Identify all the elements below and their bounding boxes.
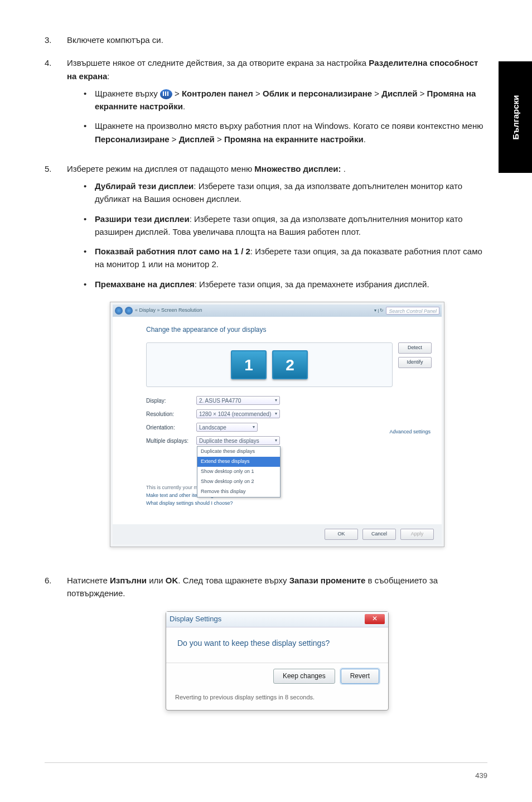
step-text: Включете компютъра си.: [67, 33, 487, 46]
dropdown-option[interactable]: Show desktop only on 1: [197, 467, 280, 477]
bold-term: Дисплей: [179, 134, 215, 144]
start-button-icon: [160, 89, 172, 99]
step-number: 6.: [45, 574, 67, 711]
search-input[interactable]: Search Control Panel: [386, 307, 439, 315]
display-settings-dialog: Display Settings ✕ Do you want to keep t…: [166, 611, 389, 711]
dialog-title: Display Settings: [170, 613, 221, 625]
forward-icon[interactable]: [125, 307, 133, 315]
bold-term: Изпълни: [110, 576, 147, 585]
countdown-text: Reverting to previous display settings i…: [166, 689, 388, 710]
revert-button[interactable]: Revert: [341, 669, 379, 684]
step-text: . След това щракнете върху: [178, 576, 289, 585]
bold-term: Премахване на дисплея: [95, 279, 195, 289]
bold-term: Запази промените: [289, 576, 366, 585]
bold-term: Дисплей: [381, 89, 417, 98]
display-value: 2. ASUS PA4770: [199, 397, 241, 405]
step-number: 5.: [45, 162, 67, 564]
footer-rule: [45, 762, 487, 763]
display-label: Display:: [146, 397, 196, 405]
substep-text: Щракнете на произволно място върху работ…: [95, 121, 483, 131]
screen-resolution-window: « Display » Screen Resolution ▾ | ↻ Sear…: [110, 302, 444, 547]
identify-button[interactable]: Identify: [398, 357, 432, 368]
cancel-button[interactable]: Cancel: [362, 529, 396, 540]
multiple-displays-dropdown: Duplicate these displays Extend these di…: [197, 446, 280, 497]
step-number: 3.: [45, 33, 67, 46]
advanced-settings-link[interactable]: Advanced settings: [389, 428, 431, 436]
chevron-down-icon: ▾: [275, 437, 277, 444]
period: .: [364, 134, 366, 144]
dialog-titlebar: Display Settings ✕: [166, 612, 388, 627]
bold-term: Персонализиране: [95, 134, 170, 144]
step-3: 3. Включете компютъра си.: [45, 33, 487, 46]
close-icon[interactable]: ✕: [365, 614, 385, 624]
monitor-2-icon[interactable]: 2: [272, 350, 308, 379]
bullet: •: [84, 278, 95, 291]
page-number: 439: [475, 771, 487, 780]
bold-term: Дублирай тези дисплеи: [95, 181, 194, 191]
period: .: [183, 102, 185, 111]
language-tab: Български: [499, 61, 532, 173]
text-size-link[interactable]: Make text and other items larger or smal…: [146, 492, 432, 500]
bullet: •: [84, 180, 95, 206]
titlebar: « Display » Screen Resolution ▾ | ↻ Sear…: [113, 305, 442, 317]
bold-term: Промяна на екранните настройки: [224, 134, 364, 144]
resolution-select[interactable]: 1280 × 1024 (recommended)▾: [196, 409, 280, 418]
breadcrumb: « Display » Screen Resolution: [135, 307, 202, 315]
substep-text: : Изберете тази опция, за да премахнете …: [195, 279, 429, 289]
detect-button[interactable]: Detect: [398, 342, 432, 354]
search-separator: ▾ | ↻: [374, 307, 384, 314]
window-heading: Change the appearance of your displays: [146, 325, 432, 335]
main-display-note: This is currently your main display.: [146, 484, 432, 492]
nav-back-forward[interactable]: « Display » Screen Resolution: [115, 307, 202, 315]
bullet: •: [84, 119, 95, 146]
substep: • Щракнете върху > Контролен панел > Обл…: [67, 87, 487, 113]
dropdown-option[interactable]: Show desktop only on 2: [197, 477, 280, 487]
orientation-select[interactable]: Landscape▾: [196, 423, 258, 432]
bold-term: Показвай работния плот само на 1 / 2: [95, 247, 250, 256]
step-text: Натиснете: [67, 576, 110, 585]
substep-text: Щракнете върху: [95, 89, 160, 98]
step-6: 6. Натиснете Изпълни или OK. След това щ…: [45, 574, 487, 711]
bold-term: Разшири тези дисплеи: [95, 214, 190, 224]
language-tab-label: Български: [511, 95, 520, 139]
bullet: •: [84, 212, 95, 239]
apply-button[interactable]: Apply: [400, 529, 434, 540]
multiple-displays-select[interactable]: Duplicate these displays▾ Duplicate thes…: [196, 436, 280, 445]
step-text: Извършете някое от следните действия, за…: [67, 58, 369, 67]
multiple-displays-value: Duplicate these displays: [199, 437, 259, 446]
substep: • Щракнете на произволно място върху раб…: [67, 119, 487, 146]
step-text: Изберете режим на дисплея от падащото ме…: [67, 164, 254, 173]
ok-button[interactable]: OK: [325, 529, 358, 540]
substep: •Разшири тези дисплеи: Изберете тази опц…: [67, 212, 487, 239]
substep: •Премахване на дисплея: Изберете тази оп…: [67, 278, 487, 291]
step-4: 4. Извършете някое от следните действия,…: [45, 56, 487, 152]
substep: •Показвай работния плот само на 1 / 2: И…: [67, 245, 487, 271]
bold-term: Контролен панел: [182, 89, 253, 98]
back-icon[interactable]: [115, 307, 123, 315]
keep-changes-button[interactable]: Keep changes: [273, 669, 335, 684]
resolution-value: 1280 × 1024 (recommended): [199, 410, 271, 419]
sep: >: [172, 89, 182, 98]
step-text: .: [341, 164, 346, 173]
monitor-preview[interactable]: 1 2: [146, 342, 393, 387]
bullet: •: [84, 87, 95, 113]
bold-term: OK: [166, 576, 178, 585]
help-link[interactable]: What display settings should I choose?: [146, 500, 432, 508]
resolution-label: Resolution:: [146, 410, 196, 419]
step-5: 5. Изберете режим на дисплея от падащото…: [45, 162, 487, 564]
dropdown-option[interactable]: Remove this display: [197, 487, 280, 497]
bullet: •: [84, 245, 95, 271]
bold-term: Облик и персонализиране: [263, 89, 372, 98]
dropdown-option[interactable]: Duplicate these displays: [197, 447, 280, 457]
step-text: :: [107, 71, 109, 81]
chevron-down-icon: ▾: [275, 410, 277, 417]
orientation-value: Landscape: [199, 423, 226, 432]
dropdown-option-selected[interactable]: Extend these displays: [197, 457, 280, 467]
chevron-down-icon: ▾: [253, 424, 255, 431]
monitor-1-icon[interactable]: 1: [231, 350, 267, 379]
step-text: или: [147, 576, 166, 585]
display-select[interactable]: 2. ASUS PA4770▾: [196, 396, 280, 405]
dialog-message: Do you want to keep these display settin…: [166, 627, 388, 655]
chevron-down-icon: ▾: [275, 397, 277, 404]
orientation-label: Orientation:: [146, 423, 196, 432]
